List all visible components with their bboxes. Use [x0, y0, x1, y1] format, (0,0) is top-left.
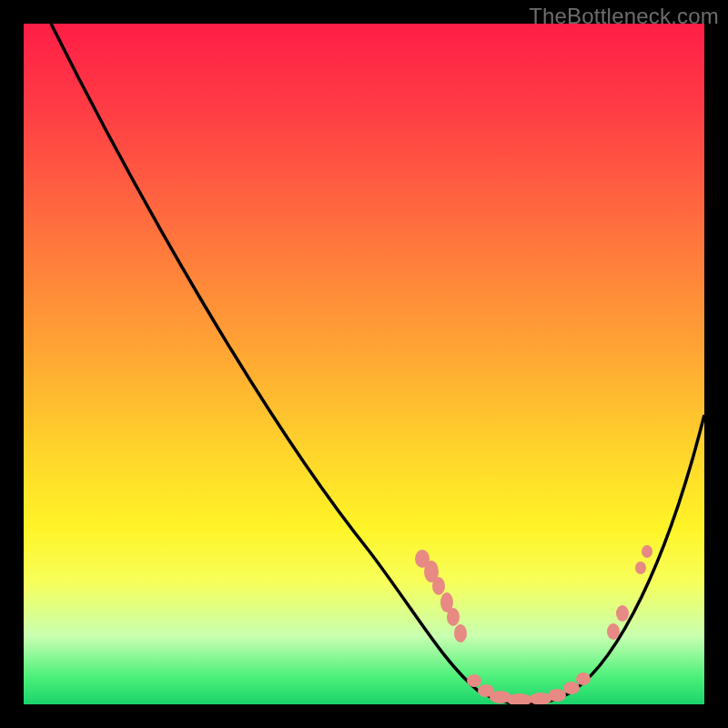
watermark-text: TheBottleneck.com — [529, 4, 719, 29]
bottleneck-curve — [24, 24, 704, 704]
svg-point-16 — [635, 561, 646, 574]
bottom-dot-cluster — [467, 672, 591, 704]
curve-path — [51, 24, 704, 704]
svg-point-13 — [576, 672, 591, 685]
svg-point-6 — [467, 674, 481, 687]
svg-point-12 — [563, 682, 580, 694]
svg-point-15 — [616, 605, 629, 622]
svg-point-11 — [548, 689, 566, 702]
right-dot-cluster — [607, 545, 652, 640]
chart-frame: TheBottleneck.com — [0, 0, 728, 728]
plot-area — [24, 24, 704, 704]
svg-point-4 — [447, 608, 460, 626]
svg-point-2 — [432, 577, 445, 595]
svg-point-17 — [642, 545, 652, 558]
svg-point-14 — [607, 623, 620, 640]
svg-point-5 — [454, 624, 467, 642]
